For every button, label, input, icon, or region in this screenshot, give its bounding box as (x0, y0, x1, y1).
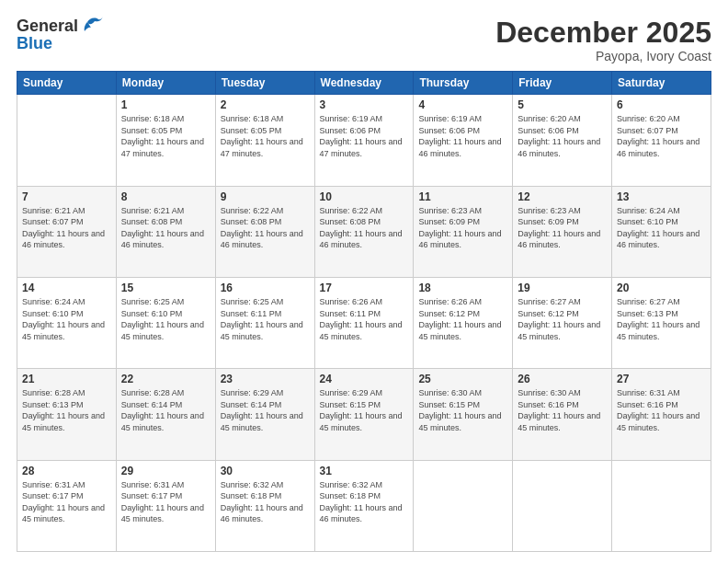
logo-bird-icon (80, 15, 104, 35)
weekday-header-saturday: Saturday (612, 72, 711, 95)
logo-general: General (17, 17, 78, 36)
cell-info: Sunrise: 6:19 AM Sunset: 6:06 PM Dayligh… (320, 113, 409, 159)
cell-info: Sunrise: 6:29 AM Sunset: 6:15 PM Dayligh… (320, 387, 409, 433)
weekday-header-monday: Monday (116, 72, 215, 95)
calendar-cell: 17Sunrise: 6:26 AM Sunset: 6:11 PM Dayli… (314, 277, 414, 368)
cell-info: Sunrise: 6:31 AM Sunset: 6:17 PM Dayligh… (121, 479, 210, 525)
day-number: 21 (22, 373, 111, 385)
title-block: December 2025 Payopa, Ivory Coast (495, 17, 711, 63)
weekday-header-tuesday: Tuesday (215, 72, 314, 95)
cell-info: Sunrise: 6:25 AM Sunset: 6:11 PM Dayligh… (221, 296, 310, 342)
cell-info: Sunrise: 6:25 AM Sunset: 6:10 PM Dayligh… (121, 296, 210, 342)
calendar-cell: 18Sunrise: 6:26 AM Sunset: 6:12 PM Dayli… (414, 277, 513, 368)
weekday-header-thursday: Thursday (414, 72, 513, 95)
cell-info: Sunrise: 6:30 AM Sunset: 6:16 PM Dayligh… (518, 387, 607, 433)
day-number: 13 (617, 190, 706, 203)
cell-info: Sunrise: 6:23 AM Sunset: 6:09 PM Dayligh… (418, 205, 507, 251)
calendar-cell: 23Sunrise: 6:29 AM Sunset: 6:14 PM Dayli… (215, 369, 314, 460)
day-number: 27 (617, 373, 706, 385)
cell-info: Sunrise: 6:29 AM Sunset: 6:14 PM Dayligh… (221, 387, 310, 433)
day-number: 25 (418, 373, 507, 385)
cell-info: Sunrise: 6:18 AM Sunset: 6:05 PM Dayligh… (121, 113, 210, 159)
calendar-cell (612, 460, 711, 551)
calendar-cell: 25Sunrise: 6:30 AM Sunset: 6:15 PM Dayli… (414, 369, 513, 460)
calendar-cell: 30Sunrise: 6:32 AM Sunset: 6:18 PM Dayli… (215, 460, 314, 551)
cell-info: Sunrise: 6:27 AM Sunset: 6:13 PM Dayligh… (617, 296, 706, 342)
day-number: 7 (22, 190, 111, 203)
day-number: 9 (221, 190, 310, 203)
calendar-cell (17, 95, 117, 186)
cell-info: Sunrise: 6:22 AM Sunset: 6:08 PM Dayligh… (320, 205, 409, 251)
calendar-cell: 7Sunrise: 6:21 AM Sunset: 6:07 PM Daylig… (17, 186, 117, 277)
day-number: 16 (221, 282, 310, 294)
calendar-cell: 11Sunrise: 6:23 AM Sunset: 6:09 PM Dayli… (414, 186, 513, 277)
calendar-week-row: 1Sunrise: 6:18 AM Sunset: 6:05 PM Daylig… (17, 95, 711, 186)
cell-info: Sunrise: 6:22 AM Sunset: 6:08 PM Dayligh… (221, 205, 310, 251)
cell-info: Sunrise: 6:21 AM Sunset: 6:07 PM Dayligh… (22, 205, 111, 251)
calendar-cell: 1Sunrise: 6:18 AM Sunset: 6:05 PM Daylig… (116, 95, 215, 186)
calendar-cell: 29Sunrise: 6:31 AM Sunset: 6:17 PM Dayli… (116, 460, 215, 551)
weekday-header-sunday: Sunday (17, 72, 117, 95)
calendar-cell: 3Sunrise: 6:19 AM Sunset: 6:06 PM Daylig… (314, 95, 414, 186)
cell-info: Sunrise: 6:26 AM Sunset: 6:11 PM Dayligh… (320, 296, 409, 342)
header: General Blue December 2025 Payopa, Ivory… (17, 17, 711, 63)
day-number: 4 (418, 98, 507, 111)
calendar-cell (414, 460, 513, 551)
calendar-table: SundayMondayTuesdayWednesdayThursdayFrid… (17, 71, 711, 552)
page: General Blue December 2025 Payopa, Ivory… (0, 0, 728, 563)
calendar-cell: 31Sunrise: 6:32 AM Sunset: 6:18 PM Dayli… (314, 460, 414, 551)
day-number: 6 (617, 98, 706, 111)
day-number: 19 (518, 282, 607, 294)
cell-info: Sunrise: 6:21 AM Sunset: 6:08 PM Dayligh… (121, 205, 210, 251)
calendar-cell: 6Sunrise: 6:20 AM Sunset: 6:07 PM Daylig… (612, 95, 711, 186)
calendar-cell: 15Sunrise: 6:25 AM Sunset: 6:10 PM Dayli… (116, 277, 215, 368)
day-number: 20 (617, 282, 706, 294)
weekday-header-wednesday: Wednesday (314, 72, 414, 95)
calendar-cell: 4Sunrise: 6:19 AM Sunset: 6:06 PM Daylig… (414, 95, 513, 186)
cell-info: Sunrise: 6:28 AM Sunset: 6:13 PM Dayligh… (22, 387, 111, 433)
cell-info: Sunrise: 6:31 AM Sunset: 6:16 PM Dayligh… (617, 387, 706, 433)
cell-info: Sunrise: 6:26 AM Sunset: 6:12 PM Dayligh… (418, 296, 507, 342)
day-number: 3 (320, 98, 409, 111)
day-number: 28 (22, 465, 111, 477)
cell-info: Sunrise: 6:32 AM Sunset: 6:18 PM Dayligh… (320, 479, 409, 525)
cell-info: Sunrise: 6:31 AM Sunset: 6:17 PM Dayligh… (22, 479, 111, 525)
calendar-cell: 20Sunrise: 6:27 AM Sunset: 6:13 PM Dayli… (612, 277, 711, 368)
day-number: 23 (221, 373, 310, 385)
logo: General Blue (17, 17, 104, 53)
calendar-cell: 27Sunrise: 6:31 AM Sunset: 6:16 PM Dayli… (612, 369, 711, 460)
calendar-cell: 21Sunrise: 6:28 AM Sunset: 6:13 PM Dayli… (17, 369, 117, 460)
cell-info: Sunrise: 6:19 AM Sunset: 6:06 PM Dayligh… (418, 113, 507, 159)
location: Payopa, Ivory Coast (495, 49, 711, 63)
cell-info: Sunrise: 6:18 AM Sunset: 6:05 PM Dayligh… (221, 113, 310, 159)
day-number: 15 (121, 282, 210, 294)
day-number: 8 (121, 190, 210, 203)
calendar-week-row: 28Sunrise: 6:31 AM Sunset: 6:17 PM Dayli… (17, 460, 711, 551)
calendar-cell: 14Sunrise: 6:24 AM Sunset: 6:10 PM Dayli… (17, 277, 117, 368)
day-number: 11 (418, 190, 507, 203)
calendar-cell: 28Sunrise: 6:31 AM Sunset: 6:17 PM Dayli… (17, 460, 117, 551)
calendar-week-row: 7Sunrise: 6:21 AM Sunset: 6:07 PM Daylig… (17, 186, 711, 277)
day-number: 26 (518, 373, 607, 385)
cell-info: Sunrise: 6:27 AM Sunset: 6:12 PM Dayligh… (518, 296, 607, 342)
day-number: 2 (221, 98, 310, 111)
day-number: 24 (320, 373, 409, 385)
day-number: 14 (22, 282, 111, 294)
cell-info: Sunrise: 6:28 AM Sunset: 6:14 PM Dayligh… (121, 387, 210, 433)
cell-info: Sunrise: 6:23 AM Sunset: 6:09 PM Dayligh… (518, 205, 607, 251)
calendar-cell (513, 460, 612, 551)
calendar-cell: 8Sunrise: 6:21 AM Sunset: 6:08 PM Daylig… (116, 186, 215, 277)
cell-info: Sunrise: 6:20 AM Sunset: 6:07 PM Dayligh… (617, 113, 706, 159)
day-number: 22 (121, 373, 210, 385)
day-number: 17 (320, 282, 409, 294)
calendar-cell: 16Sunrise: 6:25 AM Sunset: 6:11 PM Dayli… (215, 277, 314, 368)
calendar-week-row: 21Sunrise: 6:28 AM Sunset: 6:13 PM Dayli… (17, 369, 711, 460)
calendar-cell: 26Sunrise: 6:30 AM Sunset: 6:16 PM Dayli… (513, 369, 612, 460)
day-number: 29 (121, 465, 210, 477)
cell-info: Sunrise: 6:24 AM Sunset: 6:10 PM Dayligh… (617, 205, 706, 251)
calendar-cell: 2Sunrise: 6:18 AM Sunset: 6:05 PM Daylig… (215, 95, 314, 186)
month-title: December 2025 (495, 17, 711, 49)
day-number: 10 (320, 190, 409, 203)
calendar-cell: 24Sunrise: 6:29 AM Sunset: 6:15 PM Dayli… (314, 369, 414, 460)
cell-info: Sunrise: 6:32 AM Sunset: 6:18 PM Dayligh… (221, 479, 310, 525)
